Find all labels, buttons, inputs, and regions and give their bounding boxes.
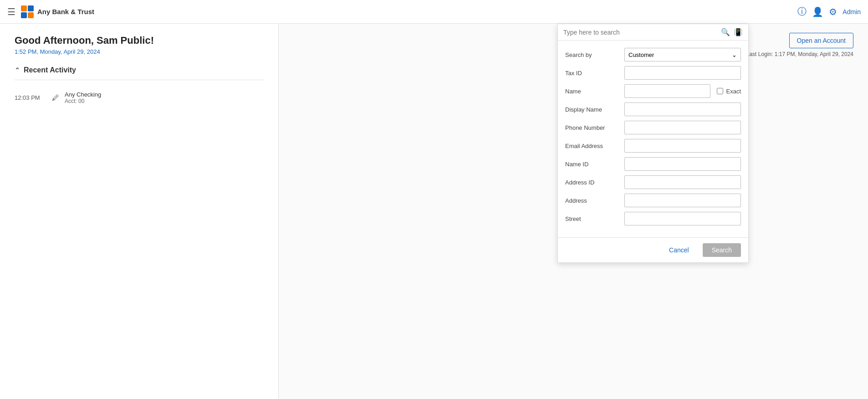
display-name-input[interactable] [624,102,741,116]
open-account-button[interactable]: Open an Account [789,33,853,48]
email-address-row: Email Address [565,139,741,153]
activity-details: Any Checking Acct: 00 [65,91,101,104]
street-label: Street [565,215,624,222]
greeting-text: Good Afternoon, Sam Public! [15,35,264,46]
settings-icon[interactable]: ⚙ [829,6,837,17]
id-card-icon[interactable]: 📳 [734,28,743,36]
chevron-up-icon[interactable]: ⌃ [15,66,20,74]
svg-rect-3 [28,12,34,18]
exact-row: Exact [717,88,741,95]
activity-edit-icon: 🖉 [52,94,59,102]
search-icon[interactable]: 🔍 [721,28,730,36]
display-name-row: Display Name [565,102,741,116]
search-top-bar: 🔍 📳 [558,24,748,41]
brand-logo-icon [21,5,34,18]
search-panel: 🔍 📳 Search by Customer ⌄ Tax ID [557,24,749,263]
activity-item: 12:03 PM 🖉 Any Checking Acct: 00 [15,87,264,108]
tax-id-label: Tax ID [565,70,624,77]
user-icon[interactable]: 👤 [812,6,823,17]
recent-activity-label: Recent Activity [24,66,76,74]
right-panel: Open an Account Last Login: 1:17 PM, Mon… [279,24,868,399]
search-button[interactable]: Search [703,243,741,257]
name-input[interactable] [624,84,710,98]
address-id-input[interactable] [624,175,741,189]
left-panel: Good Afternoon, Sam Public! 1:52 PM, Mon… [0,24,279,399]
chevron-down-icon: ⌄ [732,51,737,58]
datetime-text: 1:52 PM, Monday, April 29, 2024 [15,48,264,55]
exact-checkbox[interactable] [717,88,723,94]
phone-number-input[interactable] [624,121,741,134]
search-by-row: Search by Customer ⌄ [565,48,741,61]
cancel-button[interactable]: Cancel [660,243,698,257]
phone-number-label: Phone Number [565,124,624,131]
address-id-label: Address ID [565,179,624,186]
last-login-text: Last Login: 1:17 PM, Monday, April 29, 2… [746,51,853,57]
name-input-wrap: Exact [624,84,741,98]
recent-activity-header: ⌃ Recent Activity [15,66,264,80]
address-label: Address [565,197,624,204]
search-input[interactable] [563,29,717,36]
main-content: Good Afternoon, Sam Public! 1:52 PM, Mon… [0,24,868,399]
search-body: Search by Customer ⌄ Tax ID Name [558,41,748,237]
address-id-row: Address ID [565,175,741,189]
search-by-dropdown[interactable]: Customer ⌄ [624,48,741,61]
street-row: Street [565,212,741,225]
address-row: Address [565,194,741,207]
admin-label: Admin [842,8,861,15]
brand-name: Any Bank & Trust [37,8,94,15]
nav-left: ☰ Any Bank & Trust [7,5,797,18]
search-footer: Cancel Search [558,237,748,262]
name-id-label: Name ID [565,161,624,168]
brand: Any Bank & Trust [21,5,94,18]
name-row: Name Exact [565,84,741,98]
search-by-value: Customer [628,51,654,58]
address-input[interactable] [624,194,741,207]
display-name-label: Display Name [565,106,624,113]
street-input[interactable] [624,212,741,225]
email-address-input[interactable] [624,139,741,153]
name-label: Name [565,88,624,95]
help-icon[interactable]: ⓘ [797,5,807,18]
nav-right: ⓘ 👤 ⚙ Admin [797,5,861,18]
account-number: Acct: 00 [65,98,101,104]
tax-id-row: Tax ID [565,66,741,80]
top-nav: ☰ Any Bank & Trust ⓘ 👤 ⚙ Admin [0,0,868,24]
activity-time: 12:03 PM [15,94,46,101]
tax-id-input[interactable] [624,66,741,80]
phone-number-row: Phone Number [565,121,741,134]
svg-rect-2 [21,12,27,18]
hamburger-icon[interactable]: ☰ [7,6,15,17]
exact-label: Exact [726,88,741,95]
account-name: Any Checking [65,91,101,98]
email-address-label: Email Address [565,143,624,149]
svg-rect-0 [21,5,27,11]
search-by-label: Search by [565,51,624,58]
name-id-row: Name ID [565,157,741,171]
svg-rect-1 [28,5,34,11]
name-id-input[interactable] [624,157,741,171]
